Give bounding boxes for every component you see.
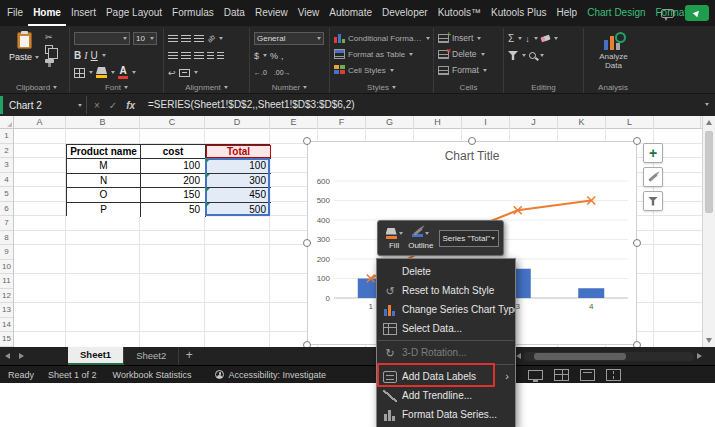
column-header-l[interactable]: L [606,116,654,129]
table-cell[interactable]: 50 [141,203,206,218]
ribbon-tab-kutools[interactable]: Kutools™ [433,0,486,26]
align-bottom-icon[interactable] [194,35,204,43]
format-cells-button[interactable]: Format [438,62,500,78]
scroll-down-button[interactable] [703,334,715,347]
name-box[interactable]: Chart 2 [5,96,87,114]
row-header-3[interactable]: 3 [0,158,13,173]
find-select-icon[interactable] [529,52,536,59]
table-header-cost[interactable]: cost [141,145,206,160]
scroll-up-button[interactable] [703,116,715,129]
ribbon-tab-view[interactable]: View [293,0,325,26]
alignment-group-label[interactable]: Alignment [164,83,249,92]
merge-center-icon[interactable] [179,69,190,77]
row-header-13[interactable]: 13 [0,303,13,318]
font-size-select[interactable]: 10 [133,32,157,45]
font-name-select[interactable] [74,32,130,45]
menu-item-delete[interactable]: Delete [377,262,515,281]
styles-group-label[interactable]: Styles [330,83,433,92]
series-selector[interactable]: Series "Total" [439,230,499,247]
fill-color-button[interactable] [96,67,107,78]
percent-format-icon[interactable]: % [270,51,278,61]
row-header-6[interactable]: 6 [0,202,13,217]
column-header-a[interactable]: A [14,116,66,129]
table-cell[interactable]: 100 [141,159,206,174]
ribbon-tab-page-layout[interactable]: Page Layout [101,0,167,26]
new-sheet-button[interactable]: + [179,347,199,365]
chart-selection-handle[interactable] [633,137,641,145]
display-settings-button[interactable] [528,370,543,380]
sheet-nav-right[interactable] [14,347,28,365]
column-header-e[interactable]: E [270,116,318,129]
page-break-view-button[interactable] [606,369,621,381]
row-header-1[interactable]: 1 [0,129,13,144]
menu-item-reset-to-match-style[interactable]: ↺Reset to Match Style [377,281,515,300]
wrap-text-icon[interactable]: ↩ [168,68,176,78]
copy-icon[interactable] [45,45,53,54]
row-header-2[interactable]: 2 [0,144,13,159]
row-header-9[interactable]: 9 [0,245,13,260]
chart-styles-button[interactable] [643,167,663,187]
row-header-12[interactable]: 12 [0,289,13,304]
sort-filter-icon[interactable] [508,51,518,60]
number-group-label[interactable]: Number [250,83,329,92]
sheet-nav-left[interactable] [0,347,14,365]
analyze-data-button[interactable]: Analyze Data [588,30,639,70]
font-color-button[interactable]: A [118,66,128,79]
column-header-b[interactable]: B [66,116,140,129]
vertical-scroll-thumb[interactable] [705,131,713,213]
table-cell[interactable]: 200 [141,174,206,189]
cut-icon[interactable]: ✂ [45,33,53,42]
paste-button[interactable]: Paste [8,30,40,63]
row-header-15[interactable]: 15 [0,332,13,347]
increase-decimal-icon[interactable]: ←.0 [254,69,267,76]
horizontal-scrollbar[interactable] [516,350,702,362]
chart-selection-handle[interactable] [633,239,641,247]
increase-indent-icon[interactable] [217,52,224,60]
row-header-7[interactable]: 7 [0,216,13,231]
format-painter-icon[interactable] [45,59,54,63]
ribbon-tab-developer[interactable]: Developer [377,0,433,26]
formula-input[interactable]: =SERIES(Sheet1!$D$2,,Sheet1!$D$3:$D$6,2) [148,96,355,114]
column-header-c[interactable]: C [140,116,205,129]
accessibility-status[interactable]: Accessibility: Investigate [215,370,326,380]
chart-selection-handle[interactable] [303,137,311,145]
align-top-icon[interactable] [168,35,178,43]
ribbon-tab-help[interactable]: Help [552,0,583,26]
menu-item-select-data[interactable]: Select Data... [377,319,515,338]
align-center-icon[interactable] [181,52,191,60]
scrollbar-track[interactable] [524,352,694,361]
row-header-4[interactable]: 4 [0,173,13,188]
page-layout-view-button[interactable] [580,369,595,381]
table-cell[interactable]: N [67,174,141,189]
workbook-statistics-button[interactable]: Workbook Statistics [113,370,192,380]
select-all-corner[interactable] [0,116,14,129]
vertical-scrollbar[interactable] [702,116,715,347]
sheet-tab-sheet1[interactable]: Sheet1 [68,347,124,365]
accounting-format-icon[interactable]: $ [254,51,259,61]
borders-button[interactable] [74,68,85,78]
ribbon-tab-formulas[interactable]: Formulas [167,0,219,26]
column-header-j[interactable]: J [510,116,558,129]
expand-formula-bar-icon[interactable] [705,103,709,106]
menu-item-format-data-series[interactable]: Format Data Series... [377,405,515,424]
status-sheet-info[interactable]: Sheet 1 of 2 [48,370,97,380]
table-header-total[interactable]: Total [206,145,271,160]
bold-button[interactable]: B [74,50,81,61]
column-header-g[interactable]: G [366,116,414,129]
add-chart-element-button[interactable]: + [643,143,663,163]
chart-filters-button[interactable] [643,191,663,211]
ribbon-tab-file[interactable]: File [2,0,28,26]
ribbon-tab-review[interactable]: Review [250,0,293,26]
align-right-icon[interactable] [194,52,204,60]
column-header-k[interactable]: K [558,116,606,129]
menu-item-change-series-chart-type[interactable]: Change Series Chart Type... [377,300,515,319]
table-cell[interactable]: 150 [141,188,206,203]
ribbon-tab-automate[interactable]: Automate [324,0,377,26]
format-as-table-button[interactable]: Format as Table [334,46,430,62]
table-cell[interactable]: P [67,203,141,218]
delete-cells-button[interactable]: Delete [438,46,500,62]
ribbon-tab-chart-design[interactable]: Chart Design [582,0,650,26]
number-format-select[interactable]: General [254,32,324,45]
comma-format-icon[interactable]: , [281,51,284,61]
clear-icon[interactable] [540,35,550,43]
